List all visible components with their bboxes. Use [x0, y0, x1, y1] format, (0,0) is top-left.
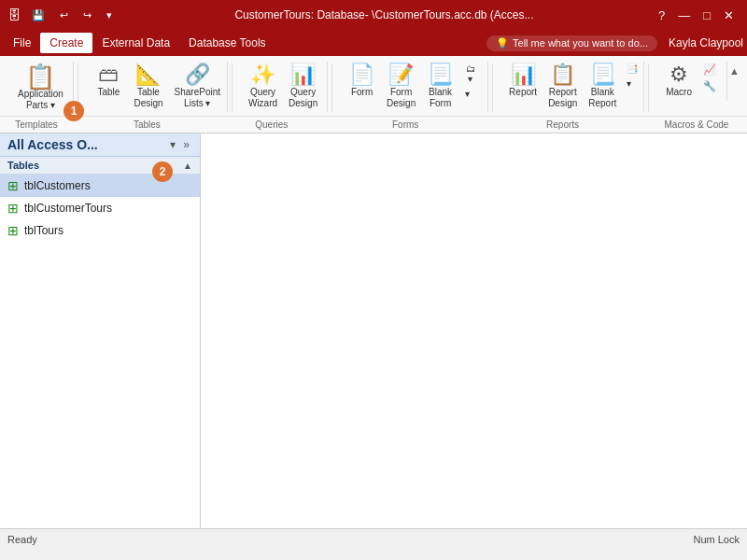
title-bar: 🗄 💾 ↩ ↪ ▾ CustomerTours: Database- \Cust… — [0, 0, 747, 30]
form-button[interactable]: 📄 Form — [344, 62, 381, 101]
templates-label: Templates — [4, 119, 69, 131]
ribbon-collapse-button[interactable]: ▲ — [727, 63, 741, 78]
app-icon: 🗄 — [7, 7, 21, 22]
close-button[interactable]: ✕ — [718, 7, 740, 24]
undo-qat-button[interactable]: ↩ — [56, 7, 72, 23]
table-grid-icon-1: ⊞ — [7, 178, 19, 193]
section-collapse-button[interactable]: ▲ — [183, 161, 192, 171]
title-bar-left: 🗄 💾 ↩ ↪ ▾ — [7, 7, 116, 23]
blank-form-icon: 📃 — [428, 64, 453, 85]
table-icon: 🗃 — [98, 64, 119, 85]
table-name-3: tblTours — [24, 224, 63, 237]
ribbon-group-forms: 📄 Form 📝 FormDesign 📃 BlankForm 🗂 ▾ ▾ — [336, 62, 489, 112]
table-name-2: tblCustomerTours — [24, 202, 112, 215]
tables-section-label: Tables — [7, 160, 39, 171]
tables-label: Tables — [86, 119, 207, 131]
table-button[interactable]: 🗃 Table — [90, 62, 127, 101]
window-controls: ? — □ ✕ — [653, 7, 740, 24]
ribbon-labels-row: Templates Tables Queries Forms Reports M… — [0, 116, 747, 133]
macro-icon: ⚙ — [669, 64, 688, 85]
application-parts-icon: 📋 — [25, 64, 55, 89]
save-qat-button[interactable]: 💾 — [28, 7, 49, 23]
ribbon-group-queries: ✨ QueryWizard 📊 QueryDesign — [236, 62, 328, 112]
report-design-icon: 📋 — [550, 64, 575, 85]
user-name: Kayla Claypool — [669, 36, 743, 49]
qat-dropdown-button[interactable]: ▾ — [103, 7, 116, 23]
sidebar: All Access O... ▾ » Tables ▲ ⊞ tblCustom… — [0, 133, 201, 528]
status-bar: Ready Num Lock — [0, 528, 747, 549]
form-small-btns: 🗂 ▾ ▾ — [461, 62, 481, 101]
lightbulb-icon: 💡 — [496, 37, 509, 49]
form-icon: 📄 — [349, 64, 374, 85]
redo-qat-button[interactable]: ↪ — [79, 7, 95, 23]
code-more-button[interactable]: 🔧 — [699, 78, 720, 94]
sidebar-header: All Access O... ▾ » — [0, 133, 200, 157]
ribbon-group-tables: 🗃 Table 📐 TableDesign 🔗 SharePointLists … — [82, 62, 228, 112]
status-right: Num Lock — [693, 534, 740, 545]
table-design-icon: 📐 — [135, 64, 161, 85]
tell-me-box[interactable]: 💡 Tell me what you want to do... — [486, 35, 657, 51]
table-grid-icon-2: ⊞ — [7, 201, 19, 216]
query-wizard-icon: ✨ — [250, 64, 275, 85]
help-button[interactable]: ? — [653, 7, 670, 24]
menu-create[interactable]: Create — [40, 33, 92, 53]
form-design-button[interactable]: 📝 FormDesign — [383, 62, 420, 112]
status-left: Ready — [7, 534, 37, 545]
sidebar-filter-button[interactable]: ▾ — [167, 137, 178, 152]
forms-label: Forms — [335, 119, 475, 131]
queries-label: Queries — [225, 119, 318, 131]
table-item-tbltours[interactable]: ⊞ tblTours — [0, 219, 200, 242]
maximize-button[interactable]: □ — [698, 7, 716, 24]
blank-report-icon: 📃 — [590, 64, 615, 85]
menu-file[interactable]: File — [4, 33, 40, 53]
sidebar-controls: ▾ » — [167, 137, 192, 152]
table-design-button[interactable]: 📐 TableDesign — [129, 62, 167, 112]
nav-forms-button[interactable]: 🗂 ▾ — [461, 62, 481, 86]
query-design-button[interactable]: 📊 QueryDesign — [284, 62, 322, 112]
tell-me-text: Tell me what you want to do... — [513, 37, 648, 49]
report-design-button[interactable]: 📋 ReportDesign — [543, 62, 582, 112]
query-wizard-button[interactable]: ✨ QueryWizard — [244, 62, 282, 112]
report-small-btns: 📑 ▾ — [623, 62, 641, 91]
window-title: CustomerTours: Database- \CustomerTours.… — [116, 8, 653, 21]
reports-label: Reports — [493, 119, 633, 131]
content-area — [201, 133, 747, 528]
report-labels-button[interactable]: 📑 — [623, 62, 641, 76]
blank-form-button[interactable]: 📃 BlankForm — [422, 62, 459, 112]
vba-button[interactable]: 📈 — [699, 62, 720, 77]
sidebar-title: All Access O... — [7, 137, 98, 152]
minimize-button[interactable]: — — [672, 7, 696, 24]
table-grid-icon-3: ⊞ — [7, 223, 19, 238]
application-parts-button[interactable]: 📋 ApplicationParts ▾ — [13, 62, 68, 114]
form-design-icon: 📝 — [388, 64, 414, 85]
menu-external-data[interactable]: External Data — [92, 33, 179, 53]
report-button[interactable]: 📊 Report — [504, 62, 542, 101]
form-more-button[interactable]: ▾ — [461, 87, 481, 101]
badge-1: 1 — [63, 101, 84, 121]
application-parts-label: ApplicationParts ▾ — [18, 89, 63, 111]
badge-2: 2 — [152, 161, 173, 182]
sharepoint-lists-button[interactable]: 🔗 SharePointLists ▾ — [170, 62, 225, 112]
macro-small-btns: 📈 🔧 — [699, 62, 720, 94]
blank-report-button[interactable]: 📃 BlankReport — [584, 62, 621, 112]
main-area: All Access O... ▾ » Tables ▲ ⊞ tblCustom… — [0, 133, 747, 528]
ribbon-content: 📋 ApplicationParts ▾ 🗃 Table 📐 TableDesi… — [0, 60, 747, 116]
macro-button[interactable]: ⚙ Macro — [660, 62, 698, 101]
sidebar-collapse-button[interactable]: » — [180, 137, 192, 152]
ribbon: 📋 ApplicationParts ▾ 🗃 Table 📐 TableDesi… — [0, 56, 747, 133]
report-icon: 📊 — [511, 64, 536, 85]
macros-label: Macros & Code — [650, 119, 743, 131]
table-name-1: tblCustomers — [24, 179, 91, 192]
ribbon-group-reports: 📊 Report 📋 ReportDesign 📃 BlankReport 📑 … — [497, 62, 644, 112]
ribbon-group-macros: ⚙ Macro 📈 🔧 — [653, 62, 727, 101]
report-more-button[interactable]: ▾ — [623, 77, 641, 91]
menu-bar: File Create External Data Database Tools… — [0, 30, 747, 56]
menu-database-tools[interactable]: Database Tools — [179, 33, 275, 53]
table-item-tblcustomertours[interactable]: ⊞ tblCustomerTours — [0, 197, 200, 219]
sharepoint-icon: 🔗 — [185, 64, 210, 85]
query-design-icon: 📊 — [290, 64, 316, 85]
